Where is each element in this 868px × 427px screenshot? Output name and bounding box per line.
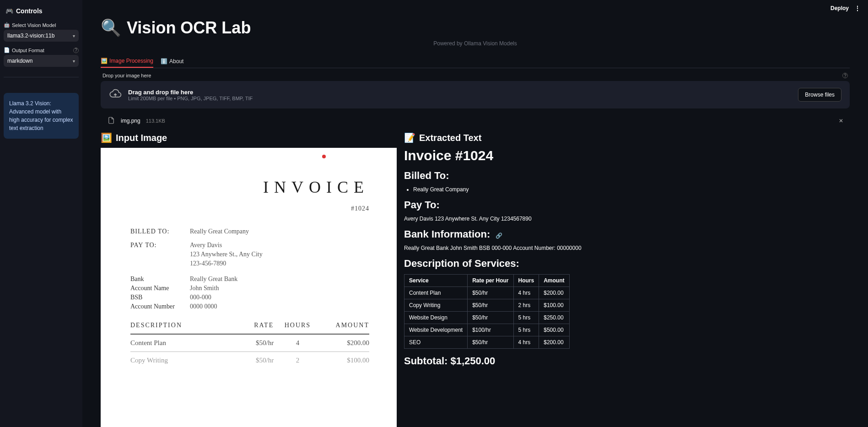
bsb-label: BSB xyxy=(130,294,190,301)
table-row: Website Design$50/hr5 hrs$250.00 xyxy=(404,312,570,324)
extracted-text-header: 📝 Extracted Text xyxy=(404,132,850,143)
input-image-title: Input Image xyxy=(116,133,167,143)
tab-about[interactable]: ℹ️ About xyxy=(161,55,183,68)
acct-name-label: Account Name xyxy=(130,285,190,292)
model-label-row: 🤖 Select Vision Model xyxy=(4,22,79,28)
help-icon[interactable]: ? xyxy=(842,73,848,78)
th-rate: RATE xyxy=(226,322,274,329)
page-subtitle: Powered by Ollama Vision Models xyxy=(101,40,850,47)
table-row: Website Development$100/hr5 hrs$500.00 xyxy=(404,324,570,336)
table-row: Content Plan$50/hr4 hrs$200.00 xyxy=(404,287,570,299)
ext-services-table: Service Rate per Hour Hours Amount Conte… xyxy=(404,274,570,349)
table-row: Content Plan $50/hr 4 $200.00 xyxy=(130,335,369,352)
memo-icon: 📝 xyxy=(404,132,415,143)
table-row: Copy Writing$50/hr2 hrs$100.00 xyxy=(404,299,570,312)
acct-num-value: 0000 0000 xyxy=(190,303,217,310)
columns: 🖼️ Input Image INVOICE #1024 BILLED TO: … xyxy=(101,132,850,427)
invoice-number: #1024 xyxy=(351,205,369,212)
image-icon: 🖼️ xyxy=(101,58,108,64)
page-title-text: Vision OCR Lab xyxy=(127,18,251,38)
file-icon xyxy=(107,116,115,126)
uploaded-file-row: img.png 113.1KB ✕ xyxy=(101,113,850,132)
remove-file-button[interactable]: ✕ xyxy=(837,116,845,126)
ext-billed-h: Billed To: xyxy=(404,170,850,182)
ext-payto-p: Avery Davis 123 Anywhere St. Any City 12… xyxy=(404,216,850,222)
image-icon: 🖼️ xyxy=(101,132,112,143)
divider xyxy=(4,77,79,77)
invoice-table: DESCRIPTION RATE HOURS AMOUNT Content Pl… xyxy=(130,317,369,369)
model-field: 🤖 Select Vision Model llama3.2-vision:11… xyxy=(4,22,79,42)
format-select[interactable]: markdown ▾ xyxy=(4,55,79,67)
extracted-text-title: Extracted Text xyxy=(419,133,481,143)
drop-header-row: Drop your image here ? xyxy=(101,72,850,79)
topbar: Deploy ⋮ xyxy=(830,4,863,13)
format-field: 📄 Output Format ? markdown ▾ xyxy=(4,47,79,67)
input-image-header: 🖼️ Input Image xyxy=(101,132,397,143)
file-uploader[interactable]: Drag and drop file here Limit 200MB per … xyxy=(101,81,850,108)
pay-to-name: Avery Davis xyxy=(190,242,222,249)
page-title: 🔍 Vision OCR Lab xyxy=(101,18,850,38)
format-value: markdown xyxy=(7,58,32,64)
model-label: Select Vision Model xyxy=(12,22,56,28)
format-label: Output Format xyxy=(12,48,44,53)
bank-label: Bank xyxy=(130,276,190,283)
sidebar: 🎮 Controls 🤖 Select Vision Model llama3.… xyxy=(0,0,82,427)
menu-dots-icon[interactable]: ⋮ xyxy=(852,4,863,13)
tab-label-0: Image Processing xyxy=(109,58,153,64)
ai-icon: 🤖 xyxy=(4,22,10,28)
chevron-down-icon: ▾ xyxy=(73,59,75,64)
chevron-down-icon: ▾ xyxy=(73,33,75,38)
table-row: SEO$50/hr4 hrs$200.00 xyxy=(404,336,570,349)
th-hours: HOURS xyxy=(274,322,321,329)
tab-label-1: About xyxy=(169,58,183,65)
ext-h1: Invoice #1024 xyxy=(404,148,850,163)
invoice-heading: INVOICE xyxy=(263,178,369,197)
pay-to-phone: 123-456-7890 xyxy=(190,260,226,267)
sidebar-header: 🎮 Controls xyxy=(4,4,79,16)
pay-to-addr: 123 Anywhere St., Any City xyxy=(190,251,263,258)
uploader-line1: Drag and drop file here xyxy=(128,89,253,96)
format-label-row: 📄 Output Format ? xyxy=(4,47,79,53)
billed-to-label: BILLED TO: xyxy=(130,228,190,235)
drop-header: Drop your image here xyxy=(102,73,151,78)
deploy-button[interactable]: Deploy xyxy=(830,5,849,11)
bank-value: Really Great Bank xyxy=(190,276,237,283)
invoice-body: BILLED TO: Really Great Company PAY TO: … xyxy=(130,228,369,312)
red-dot xyxy=(322,155,326,158)
ext-payto-h: Pay To: xyxy=(404,199,850,211)
ext-billed-li: Really Great Company xyxy=(413,186,850,193)
billed-to-value: Really Great Company xyxy=(190,228,249,235)
th-amount: Amount xyxy=(539,275,569,287)
controls-icon: 🎮 xyxy=(5,7,13,15)
th-service: Service xyxy=(404,275,468,287)
uploader-line2: Limit 200MB per file • PNG, JPG, JPEG, T… xyxy=(128,96,253,101)
file-name: img.png xyxy=(121,118,140,124)
file-size: 113.1KB xyxy=(146,118,165,124)
browse-files-button[interactable]: Browse files xyxy=(798,88,841,102)
bsb-value: 000-000 xyxy=(190,294,211,301)
content: 🔍 Vision OCR Lab Powered by Ollama Visio… xyxy=(82,0,868,427)
controls-title: Controls xyxy=(16,7,43,15)
link-icon[interactable]: 🔗 xyxy=(496,232,502,239)
input-image: INVOICE #1024 BILLED TO: Really Great Co… xyxy=(101,148,397,427)
col-right: 📝 Extracted Text Invoice #1024 Billed To… xyxy=(404,132,850,427)
acct-name-value: John Smith xyxy=(190,285,219,292)
th-hours: Hours xyxy=(513,275,539,287)
cloud-upload-icon xyxy=(109,87,122,102)
th-rate: Rate per Hour xyxy=(468,275,513,287)
th-desc: DESCRIPTION xyxy=(130,322,226,329)
th-amount: AMOUNT xyxy=(322,322,369,329)
tab-image-processing[interactable]: 🖼️ Image Processing xyxy=(101,55,153,68)
help-icon[interactable]: ? xyxy=(73,48,79,53)
ext-subtotal-h: Subtotal: $1,250.00 xyxy=(404,355,850,367)
acct-num-label: Account Number xyxy=(130,303,190,310)
ext-bank-p: Really Great Bank John Smith BSB 000-000… xyxy=(404,245,850,251)
main: Deploy ⋮ 🔍 Vision OCR Lab Powered by Oll… xyxy=(82,0,868,427)
table-row: Copy Writing $50/hr 2 $100.00 xyxy=(130,352,369,369)
model-value: llama3.2-vision:11b xyxy=(7,32,54,39)
tabs: 🖼️ Image Processing ℹ️ About xyxy=(101,55,850,68)
model-select[interactable]: llama3.2-vision:11b ▾ xyxy=(4,30,79,42)
document-icon: 📄 xyxy=(4,47,10,53)
col-left: 🖼️ Input Image INVOICE #1024 BILLED TO: … xyxy=(101,132,397,427)
pay-to-label: PAY TO: xyxy=(130,242,190,249)
